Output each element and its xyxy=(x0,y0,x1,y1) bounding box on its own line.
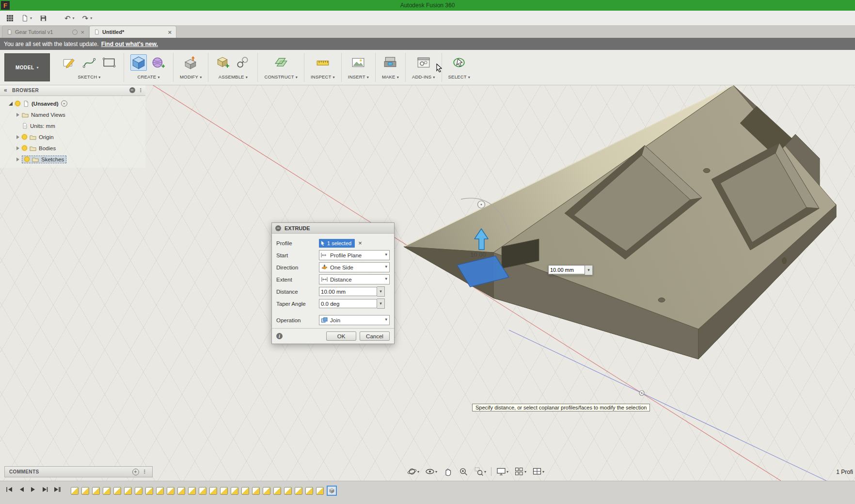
distance-value-field[interactable] xyxy=(548,265,585,274)
distance-float-dropdown-icon[interactable]: ▾ xyxy=(585,265,593,275)
timeline-feature-sketch-18[interactable] xyxy=(252,487,260,495)
browser-root-row[interactable]: (Unsaved) xyxy=(0,98,145,109)
browser-item-units[interactable]: Units: mm xyxy=(0,120,145,131)
comments-grip-icon[interactable] xyxy=(142,469,149,475)
minimize-browser-icon[interactable]: – xyxy=(129,87,135,93)
timeline-feature-sketch-2[interactable] xyxy=(81,487,89,495)
zoom-window-button[interactable] xyxy=(473,466,487,477)
taper-dropdown-icon[interactable]: ▾ xyxy=(377,299,385,309)
tab-untitled[interactable]: Untitled* xyxy=(89,26,176,38)
timeline-feature-sketch-24[interactable] xyxy=(316,487,324,495)
go-to-end-button[interactable] xyxy=(53,486,61,493)
collapse-browser-icon[interactable] xyxy=(4,87,7,94)
sketch-menu[interactable]: SKETCH xyxy=(78,74,101,79)
direction-select[interactable]: One Side xyxy=(319,262,390,272)
browser-item-bodies[interactable]: Bodies xyxy=(0,142,145,154)
play-button[interactable] xyxy=(30,486,36,493)
timeline-feature-sketch-8[interactable] xyxy=(145,487,153,495)
browser-item-origin[interactable]: Origin xyxy=(0,131,145,142)
look-at-button[interactable] xyxy=(424,466,438,477)
extrude-dialog-header[interactable]: – EXTRUDE xyxy=(272,223,394,234)
timeline-feature-sketch-6[interactable] xyxy=(124,487,132,495)
make-menu[interactable]: MAKE xyxy=(382,74,399,79)
clear-selection-icon[interactable]: × xyxy=(358,239,362,247)
browser-grip-icon[interactable] xyxy=(138,87,145,94)
browser-header[interactable]: BROWSER – xyxy=(0,85,145,96)
timeline-feature-sketch-14[interactable] xyxy=(209,487,217,495)
step-forward-button[interactable] xyxy=(42,486,48,493)
collapse-dialog-icon[interactable]: – xyxy=(275,225,281,231)
timeline-feature-sketch-20[interactable] xyxy=(273,487,281,495)
insert-image-button[interactable] xyxy=(350,54,366,71)
timeline-feature-sketch-19[interactable] xyxy=(263,487,270,495)
browser-item-sketches[interactable]: Sketches xyxy=(0,154,145,165)
ok-button[interactable]: OK xyxy=(326,331,356,341)
taper-angle-input[interactable] xyxy=(319,299,377,308)
timeline-feature-sketch-13[interactable] xyxy=(199,487,206,495)
tab-gear-tutorial[interactable]: Gear Tutorial v1 xyxy=(2,26,89,38)
expand-icon[interactable] xyxy=(9,102,13,106)
rectangle-tool-button[interactable] xyxy=(101,54,117,71)
timeline-feature-sketch-1[interactable] xyxy=(71,487,79,495)
timeline-feature-sketch-4[interactable] xyxy=(103,487,111,495)
add-comment-icon[interactable] xyxy=(132,469,139,475)
create-menu[interactable]: CREATE xyxy=(137,74,159,79)
timeline-feature-sketch-15[interactable] xyxy=(220,487,228,495)
extrude-dialog[interactable]: – EXTRUDE Profile 1 selected × Start Pro… xyxy=(271,222,395,344)
addins-button[interactable] xyxy=(415,54,432,71)
step-back-button[interactable] xyxy=(18,486,25,493)
viewports-button[interactable] xyxy=(531,466,545,477)
timeline-feature-sketch-22[interactable] xyxy=(295,487,302,495)
visibility-bulb-icon[interactable] xyxy=(22,134,27,140)
timeline-feature-extrude-active[interactable] xyxy=(327,486,337,496)
close-icon[interactable] xyxy=(168,29,172,35)
press-pull-button[interactable] xyxy=(183,54,199,71)
select-menu[interactable]: SELECT xyxy=(448,74,470,79)
construct-plane-button[interactable] xyxy=(273,54,289,71)
spline-tool-button[interactable] xyxy=(81,54,97,71)
info-icon[interactable]: i xyxy=(276,333,283,339)
go-to-start-button[interactable] xyxy=(6,486,13,493)
insert-menu[interactable]: INSERT xyxy=(348,74,369,79)
timeline-feature-sketch-10[interactable] xyxy=(167,487,174,495)
visibility-bulb-icon[interactable] xyxy=(22,145,27,151)
comments-bar[interactable]: COMMENTS xyxy=(4,466,153,477)
inspect-menu[interactable]: INSPECT xyxy=(311,74,335,79)
timeline-feature-sketch-21[interactable] xyxy=(284,487,292,495)
orbit-button[interactable] xyxy=(406,466,420,477)
collapsed-icon[interactable] xyxy=(16,158,19,161)
create-form-button[interactable] xyxy=(150,54,167,71)
ground-icon[interactable] xyxy=(61,100,67,107)
select-tool-button[interactable] xyxy=(451,54,467,71)
browser-item-named-views[interactable]: Named Views xyxy=(0,109,145,120)
collapsed-icon[interactable] xyxy=(16,146,19,150)
create-sketch-button[interactable] xyxy=(61,54,78,71)
grid-layout-button[interactable] xyxy=(513,466,527,477)
make-button[interactable] xyxy=(382,54,398,71)
profile-selected-chip[interactable]: 1 selected xyxy=(319,239,355,248)
visibility-bulb-icon[interactable] xyxy=(15,101,20,106)
distance-dropdown-icon[interactable]: ▾ xyxy=(377,286,385,297)
display-settings-button[interactable] xyxy=(495,466,509,477)
collapsed-icon[interactable] xyxy=(16,113,19,117)
timeline-feature-sketch-16[interactable] xyxy=(231,487,238,495)
workspace-switcher[interactable]: MODEL xyxy=(4,53,50,81)
file-menu-button[interactable] xyxy=(19,13,34,23)
construct-menu[interactable]: CONSTRUCT xyxy=(264,74,298,79)
operation-select[interactable]: Join xyxy=(319,315,390,325)
redo-button[interactable]: ↷ xyxy=(80,13,95,23)
timeline-feature-sketch-23[interactable] xyxy=(305,487,313,495)
app-grid-icon[interactable] xyxy=(4,13,16,23)
assemble-menu[interactable]: ASSEMBLE xyxy=(219,74,248,79)
new-component-button[interactable] xyxy=(215,54,231,71)
extent-select[interactable]: Distance xyxy=(319,274,390,284)
collapsed-icon[interactable] xyxy=(16,135,19,139)
timeline-feature-sketch-17[interactable] xyxy=(241,487,249,495)
distance-input[interactable] xyxy=(319,287,377,296)
measure-button[interactable] xyxy=(315,54,331,71)
modify-menu[interactable]: MODIFY xyxy=(180,74,202,79)
timeline-feature-sketch-3[interactable] xyxy=(92,487,100,495)
save-button[interactable] xyxy=(37,13,49,23)
timeline-feature-sketch-11[interactable] xyxy=(177,487,185,495)
close-icon[interactable] xyxy=(80,29,84,35)
